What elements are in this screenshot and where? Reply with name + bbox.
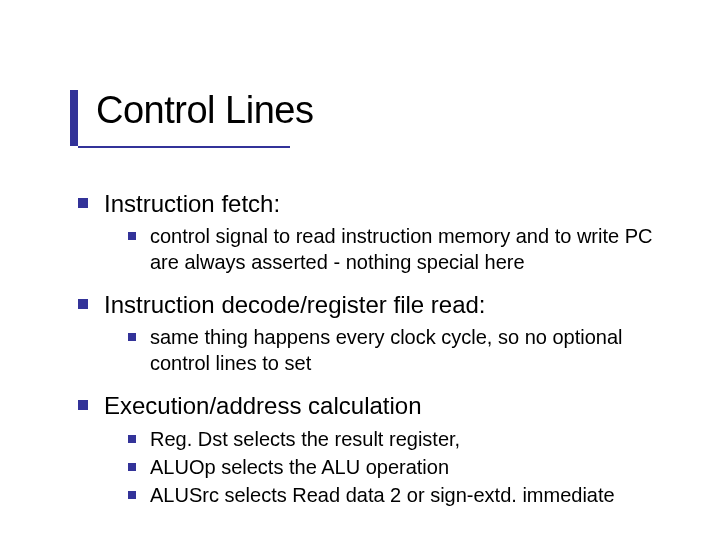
sub-item-text: control signal to read instruction memor… xyxy=(150,223,674,275)
sub-item-text: ALUSrc selects Read data 2 or sign-extd.… xyxy=(150,482,615,508)
section-heading: Execution/address calculation xyxy=(104,390,422,421)
square-bullet-icon xyxy=(128,491,136,499)
list-item: Instruction decode/register file read: xyxy=(78,289,674,320)
sub-list: control signal to read instruction memor… xyxy=(128,223,674,275)
list-item: ALUSrc selects Read data 2 or sign-extd.… xyxy=(128,482,674,508)
slide-title: Control Lines xyxy=(70,90,313,132)
section-0: Instruction fetch: control signal to rea… xyxy=(78,188,674,275)
square-bullet-icon xyxy=(78,400,88,410)
list-item: Instruction fetch: xyxy=(78,188,674,219)
list-item: same thing happens every clock cycle, so… xyxy=(128,324,674,376)
sub-item-text: Reg. Dst selects the result register, xyxy=(150,426,460,452)
square-bullet-icon xyxy=(78,198,88,208)
square-bullet-icon xyxy=(128,232,136,240)
slide: Control Lines Instruction fetch: control… xyxy=(0,0,720,540)
title-block: Control Lines xyxy=(70,90,313,132)
list-item: Execution/address calculation xyxy=(78,390,674,421)
accent-bar xyxy=(70,90,78,146)
slide-body: Instruction fetch: control signal to rea… xyxy=(78,188,674,522)
sub-list: same thing happens every clock cycle, so… xyxy=(128,324,674,376)
accent-rule xyxy=(78,146,290,148)
list-item: control signal to read instruction memor… xyxy=(128,223,674,275)
sub-item-text: ALUOp selects the ALU operation xyxy=(150,454,449,480)
square-bullet-icon xyxy=(128,435,136,443)
list-item: ALUOp selects the ALU operation xyxy=(128,454,674,480)
section-2: Execution/address calculation Reg. Dst s… xyxy=(78,390,674,507)
section-1: Instruction decode/register file read: s… xyxy=(78,289,674,376)
section-heading: Instruction decode/register file read: xyxy=(104,289,486,320)
square-bullet-icon xyxy=(128,463,136,471)
square-bullet-icon xyxy=(128,333,136,341)
list-item: Reg. Dst selects the result register, xyxy=(128,426,674,452)
square-bullet-icon xyxy=(78,299,88,309)
section-heading: Instruction fetch: xyxy=(104,188,280,219)
sub-item-text: same thing happens every clock cycle, so… xyxy=(150,324,674,376)
sub-list: Reg. Dst selects the result register, AL… xyxy=(128,426,674,508)
